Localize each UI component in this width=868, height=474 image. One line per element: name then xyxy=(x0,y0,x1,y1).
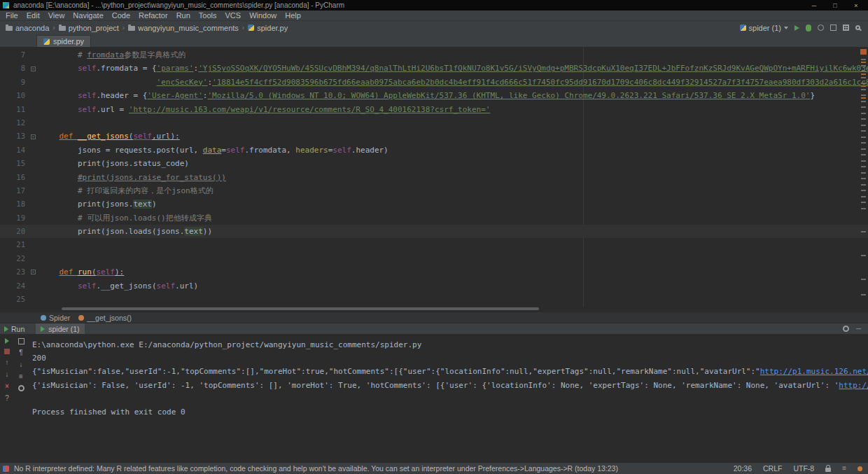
code-line-16[interactable]: 16 #print(jsons.raise_for_status()) xyxy=(0,171,868,184)
editor[interactable]: 7 # fromdata参数是字典格式的8 self.fromdata = {'… xyxy=(0,48,868,307)
code-line-19[interactable]: 19 # 可以用json.loads()把他转成字典 xyxy=(0,211,868,225)
warning-stripe-mark[interactable] xyxy=(861,71,866,72)
line-separator[interactable]: CRLF xyxy=(763,464,782,473)
code-line-14[interactable]: 14 jsons = requests.post(url, data=self.… xyxy=(0,144,868,157)
warning-stripe-mark[interactable] xyxy=(861,255,866,256)
indent-settings-icon[interactable] xyxy=(842,465,846,472)
line-number[interactable]: 13 xyxy=(0,130,25,143)
code-line-23[interactable]: 23 def run(self): xyxy=(0,265,868,279)
readonly-lock-icon[interactable] xyxy=(825,468,831,472)
warning-stripe-mark[interactable] xyxy=(861,59,866,60)
warning-stripe-mark[interactable] xyxy=(861,208,866,209)
stop-button[interactable] xyxy=(4,349,10,354)
line-number[interactable]: 15 xyxy=(0,157,25,170)
warning-stripe-mark[interactable] xyxy=(861,294,866,295)
caret-position[interactable]: 20:36 xyxy=(734,464,752,473)
line-number[interactable]: 8 xyxy=(0,62,25,75)
console-line[interactable]: {"isMusician":false,"userId":-1,"topComm… xyxy=(32,365,868,378)
line-number[interactable]: 7 xyxy=(0,48,25,62)
console-settings-icon[interactable] xyxy=(18,385,24,391)
line-number[interactable]: 21 xyxy=(0,238,25,251)
code-line-7[interactable]: 7 # fromdata参数是字典格式的 xyxy=(0,48,868,62)
status-message[interactable]: No R interpreter defined: Many R related… xyxy=(14,464,618,473)
breadcrumb-class[interactable]: Spider xyxy=(41,314,70,322)
code-line-21[interactable]: 21 xyxy=(0,238,868,251)
warning-stripe-mark[interactable] xyxy=(861,137,866,138)
maximize-button[interactable]: □ xyxy=(825,2,846,9)
warning-stripe-mark[interactable] xyxy=(861,113,866,114)
menu-vcs[interactable]: VCS xyxy=(221,11,246,20)
code-line-12[interactable]: 12 xyxy=(0,116,868,130)
warning-stripe-mark[interactable] xyxy=(861,231,866,232)
menu-edit[interactable]: Edit xyxy=(22,11,44,20)
line-number[interactable]: 12 xyxy=(0,116,25,130)
titlebar[interactable]: anaconda [E:\anaconda] - ...\python_proj… xyxy=(0,0,868,11)
breadcrumb-wangyiyun_music_comments[interactable]: wangyiyun_music_comments xyxy=(127,24,240,32)
close-button[interactable]: × xyxy=(846,2,867,9)
warning-stripe-mark[interactable] xyxy=(861,125,866,126)
breadcrumb-python_project[interactable]: python_project xyxy=(57,24,120,32)
hide-tool-window-icon[interactable] xyxy=(856,326,861,333)
search-everywhere-icon[interactable] xyxy=(855,25,860,30)
run-tab-spider[interactable]: spider (1) xyxy=(36,323,84,334)
warning-stripe-mark[interactable] xyxy=(861,172,866,174)
code-line-22[interactable]: 22 xyxy=(0,252,868,265)
warning-stripe-mark[interactable] xyxy=(861,190,866,191)
line-number[interactable]: 14 xyxy=(0,144,25,157)
up-stack-trace-icon[interactable] xyxy=(6,359,9,366)
line-number[interactable]: 17 xyxy=(0,184,25,197)
fold-marker-icon[interactable] xyxy=(31,270,36,274)
close-console-icon[interactable] xyxy=(5,383,9,390)
warning-stripe-mark[interactable] xyxy=(861,65,866,67)
line-number[interactable]: 19 xyxy=(0,211,25,225)
code-line-9[interactable]: 9 'encSecKey':'18814e5f4cff52d9083596b67… xyxy=(0,76,868,89)
error-stripe-scrollbar[interactable] xyxy=(859,48,868,307)
warning-stripe-mark-orange[interactable] xyxy=(861,74,866,75)
code-line-10[interactable]: 10 self.header = {'User-Agent':'Mozilla/… xyxy=(0,89,868,102)
menu-code[interactable]: Code xyxy=(108,11,134,20)
profile-button[interactable] xyxy=(818,25,824,31)
coverage-button[interactable] xyxy=(830,25,836,31)
rerun-button[interactable] xyxy=(5,338,9,344)
menu-run[interactable]: Run xyxy=(172,11,195,20)
warning-stripe-mark-orange[interactable] xyxy=(861,62,866,63)
line-number[interactable]: 9 xyxy=(0,76,25,89)
line-number[interactable]: 24 xyxy=(0,279,25,293)
menu-tools[interactable]: Tools xyxy=(195,11,221,20)
menu-file[interactable]: File xyxy=(1,11,22,20)
down-stack-trace-icon[interactable] xyxy=(6,371,9,378)
menu-help[interactable]: Help xyxy=(281,11,305,20)
event-notification-icon[interactable] xyxy=(858,466,862,471)
code-line-20[interactable]: 20 print(json.loads(jsons.text)) xyxy=(0,225,868,238)
console-output[interactable]: E:\anaconda\python.exe E:/anaconda/pytho… xyxy=(28,334,868,462)
code-line-25[interactable]: 25 xyxy=(0,293,868,306)
warning-stripe-mark[interactable] xyxy=(861,154,866,155)
console-line[interactable]: {'isMusician': False, 'userId': -1, 'top… xyxy=(32,379,868,392)
code-line-18[interactable]: 18 print(jsons.text) xyxy=(0,197,868,211)
menu-view[interactable]: View xyxy=(44,11,69,20)
line-number[interactable]: 18 xyxy=(0,197,25,211)
code-line-11[interactable]: 11 self.url = 'http://music.163.com/weap… xyxy=(0,103,868,116)
code-line-8[interactable]: 8 self.fromdata = {'params':'YjS5yoSSOqX… xyxy=(0,62,868,75)
line-number[interactable]: 10 xyxy=(0,89,25,102)
console-line[interactable]: Process finished with exit code 0 xyxy=(32,405,868,419)
line-number[interactable]: 11 xyxy=(0,103,25,116)
line-number[interactable]: 22 xyxy=(0,252,25,265)
tool-windows-button[interactable] xyxy=(843,25,849,31)
soft-wrap-icon[interactable] xyxy=(19,349,22,356)
inspection-indicator[interactable] xyxy=(860,49,867,55)
code-line-17[interactable]: 17 # 打印返回来的内容，是个json格式的 xyxy=(0,184,868,197)
code-line-24[interactable]: 24 self.__get_jsons(self.url) xyxy=(0,279,868,293)
warning-stripe-mark-orange[interactable] xyxy=(861,85,866,87)
minimize-button[interactable]: ─ xyxy=(804,2,825,9)
warning-stripe-mark[interactable] xyxy=(861,106,866,108)
warning-stripe-mark[interactable] xyxy=(861,279,866,280)
file-encoding[interactable]: UTF-8 xyxy=(793,464,814,473)
warning-stripe-mark[interactable] xyxy=(861,142,866,144)
console-line[interactable] xyxy=(32,392,868,405)
warning-stripe-mark[interactable] xyxy=(861,89,866,90)
warning-stripe-mark[interactable] xyxy=(861,166,866,167)
warning-stripe-mark[interactable] xyxy=(861,83,866,84)
help-icon[interactable] xyxy=(5,395,9,402)
horizontal-scrollbar-thumb[interactable] xyxy=(62,307,539,310)
